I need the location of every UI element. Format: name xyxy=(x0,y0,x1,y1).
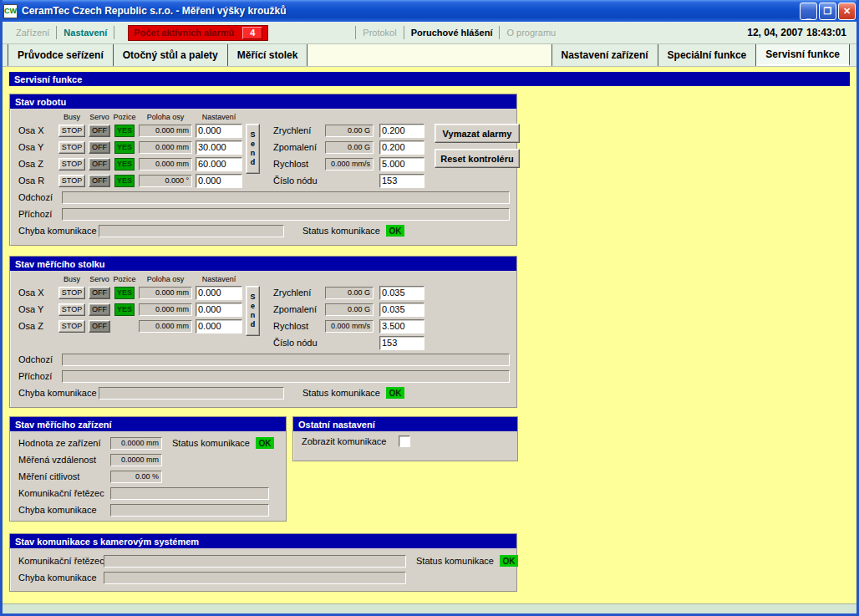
busy-stop-button[interactable]: STOP xyxy=(58,158,85,171)
poloha-display: 0.000 mm xyxy=(139,303,192,316)
chyba-komunikace-field xyxy=(104,572,406,584)
odchozi-row: Odchozí xyxy=(10,351,516,368)
param-label: Rychlost xyxy=(273,321,325,331)
param-input[interactable] xyxy=(379,124,424,138)
prichozi-label: Příchozí xyxy=(18,209,62,219)
pozice-indicator: YES xyxy=(114,125,135,137)
send-button[interactable]: Send xyxy=(246,124,260,174)
param-row-zrychleni: Zrychlení 0.00 G xyxy=(273,284,424,301)
active-alarms-indicator[interactable]: Počet aktivních alarmů 4 xyxy=(128,25,268,41)
tab-nastaveni-zarizeni[interactable]: Nastavení zařízení xyxy=(552,44,658,66)
robot-params: Zrychlení 0.00 G Zpomalení 0.00 G Rychlo… xyxy=(273,111,424,189)
param-label: Zrychlení xyxy=(273,125,325,135)
panel-header: Stav měřícího stolku xyxy=(10,257,516,271)
chyba-komunikace-field xyxy=(99,225,284,237)
param-input[interactable] xyxy=(379,174,424,188)
nastaveni-input[interactable] xyxy=(196,303,242,317)
chyba-komunikace-row: Chyba komunikace Status komunikace OK xyxy=(10,222,516,239)
close-button[interactable]: ✕ xyxy=(838,3,856,20)
nastaveni-input[interactable] xyxy=(196,319,242,333)
param-input[interactable] xyxy=(379,319,424,333)
param-input[interactable] xyxy=(379,286,424,300)
status-ok-badge: OK xyxy=(256,437,274,449)
busy-stop-button[interactable]: STOP xyxy=(58,303,85,316)
prichozi-field xyxy=(62,370,510,383)
servo-off-button[interactable]: OFF xyxy=(89,320,110,333)
param-row-rychlost: Rychlost 0.000 mm/s xyxy=(273,155,424,172)
busy-stop-button[interactable]: STOP xyxy=(58,175,85,187)
servo-off-button[interactable]: OFF xyxy=(89,141,110,154)
maximize-button[interactable]: ❐ xyxy=(819,3,836,20)
chyba-komunikace-row: Chyba komunikace xyxy=(10,501,286,518)
param-input[interactable] xyxy=(379,140,424,155)
param-label: Zpomalení xyxy=(273,142,325,152)
col-servo: Servo xyxy=(87,113,112,121)
axis-row-z: Osa Z STOP OFF 0.000 mm xyxy=(18,318,244,334)
merena-vzdalenost-display: 0.0000 mm xyxy=(110,454,162,466)
zobrazit-komunikace-checkbox[interactable] xyxy=(399,435,410,447)
tab-otocny-stul-a-palety[interactable]: Otočný stůl a palety xyxy=(114,44,228,66)
axis-row-x: Osa X STOP OFF YES 0.000 mm xyxy=(18,122,244,139)
tab-merici-stolek[interactable]: Měřící stolek xyxy=(228,44,308,66)
zobrazit-komunikace-row: Zobrazit komunikace xyxy=(293,431,517,451)
param-input[interactable] xyxy=(379,336,424,350)
param-input[interactable] xyxy=(379,303,424,317)
panel-header: Stav komunikace s kamerovým systémem xyxy=(10,534,516,548)
minimize-button[interactable]: _ xyxy=(800,3,817,20)
param-input[interactable] xyxy=(379,157,424,171)
panel-stav-robotu: Stav robotu Busy Servo Pozice Poloha osy… xyxy=(9,94,517,246)
param-row-zpomaleni: Zpomalení 0.00 G xyxy=(273,301,424,318)
menu-item-protokol: Protokol xyxy=(356,28,403,38)
panel-header: Stav měřícího zařízení xyxy=(10,417,286,431)
zarizeni-rows: Hodnota ze zařízení 0.0000 mm Status kom… xyxy=(10,431,286,518)
nastaveni-input[interactable] xyxy=(196,140,242,155)
param-actual-display: 0.00 G xyxy=(325,287,374,299)
axis-column-headers: Busy Servo Pozice Poloha osy Nastavení xyxy=(18,273,244,284)
param-row-cislo-nodu: Číslo nódu xyxy=(273,172,424,189)
col-servo: Servo xyxy=(87,275,112,283)
col-busy: Busy xyxy=(57,275,87,283)
axis-column-headers: Busy Servo Pozice Poloha osy Nastavení xyxy=(18,111,244,122)
pozice-indicator: YES xyxy=(114,141,135,154)
send-button[interactable]: Send xyxy=(246,286,260,336)
servo-off-button[interactable]: OFF xyxy=(89,125,110,137)
panel-stav-komunikace-kamera: Stav komunikace s kamerovým systémem Kom… xyxy=(9,533,517,592)
busy-stop-button[interactable]: STOP xyxy=(58,320,85,333)
nastaveni-input[interactable] xyxy=(196,124,242,138)
status-bar xyxy=(3,603,856,613)
vymazat-alarmy-button[interactable]: Vymazat alarmy xyxy=(435,124,520,143)
robot-axis-area: Busy Servo Pozice Poloha osy Nastavení O… xyxy=(10,109,516,189)
busy-stop-button[interactable]: STOP xyxy=(58,141,85,154)
prichozi-row: Příchozí xyxy=(10,206,516,222)
menubar: Zařízení Nastavení Počet aktivních alarm… xyxy=(3,22,856,44)
app-icon: CW xyxy=(3,4,18,18)
minimize-icon: _ xyxy=(806,9,811,19)
menu-item-nastaveni[interactable]: Nastavení xyxy=(57,28,114,38)
nastaveni-input[interactable] xyxy=(196,286,242,300)
tab-servisni-funkce[interactable]: Servisní funkce xyxy=(756,44,850,66)
servo-off-button[interactable]: OFF xyxy=(89,303,110,316)
col-nastaveni: Nastavení xyxy=(194,275,244,283)
poloha-display: 0.000 mm xyxy=(139,158,192,171)
poloha-display: 0.000 mm xyxy=(139,320,192,333)
pozice-indicator: YES xyxy=(114,158,135,171)
status-ok-badge: OK xyxy=(500,555,518,567)
hodnota-row: Hodnota ze zařízení 0.0000 mm Status kom… xyxy=(10,435,286,451)
chyba-komunikace-row: Chyba komunikace Status komunikace OK xyxy=(10,384,516,401)
servo-off-button[interactable]: OFF xyxy=(89,175,110,187)
third-row: Stav měřícího zařízení Hodnota ze zaříze… xyxy=(9,416,856,522)
tab-specialni-funkce[interactable]: Speciální funkce xyxy=(658,44,757,66)
servo-off-button[interactable]: OFF xyxy=(89,287,110,299)
tab-pruvodce-serizeni[interactable]: Průvodce seřízení xyxy=(8,44,114,66)
busy-stop-button[interactable]: STOP xyxy=(58,287,85,299)
app-window: CW CeramTec Czech Republic s.r.o. - Měře… xyxy=(0,0,859,616)
servo-off-button[interactable]: OFF xyxy=(89,158,110,171)
busy-stop-button[interactable]: STOP xyxy=(58,125,85,137)
axis-label: Osa Z xyxy=(18,159,57,169)
date-display: 12, 04, 2007 xyxy=(747,27,806,38)
nastaveni-input[interactable] xyxy=(196,174,242,188)
merena-vzdalenost-row: Měřená vzdálenost 0.0000 mm xyxy=(10,451,286,468)
menu-item-poruchove-hlaseni[interactable]: Poruchové hlášení xyxy=(404,28,500,38)
reset-kontroleru-button[interactable]: Reset kontroléru xyxy=(435,149,520,168)
nastaveni-input[interactable] xyxy=(196,157,242,171)
